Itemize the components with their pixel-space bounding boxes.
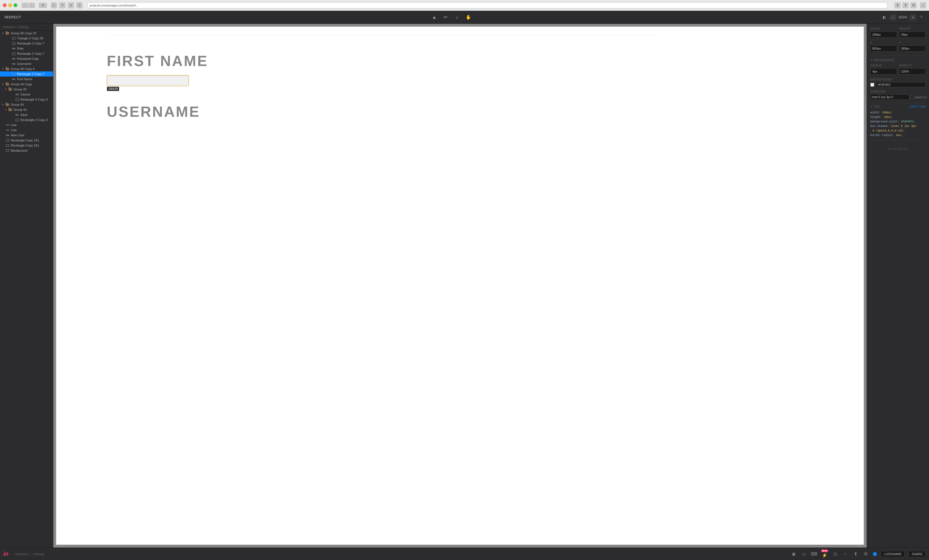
tab-button[interactable]: ⊞ — [39, 3, 47, 8]
maximize-button[interactable] — [14, 3, 17, 7]
comment-icon[interactable]: ▭ — [801, 551, 807, 557]
inspect-panel-icon[interactable]: ◧ — [881, 14, 888, 20]
sidebar-item-rectanglecopy151a[interactable]: Rectangle Copy 151 — [0, 138, 53, 143]
share-button[interactable]: SHARE — [909, 551, 926, 557]
no-assets-label: NO ASSETS — [870, 142, 926, 155]
bottom-nav: ‹ Artboard 1 › Settings — [13, 552, 44, 556]
radius-label: RADIUS — [870, 64, 897, 67]
width-value[interactable]: 290px — [870, 31, 897, 38]
zoom-in-button[interactable]: + — [910, 14, 916, 20]
history-icon[interactable]: ◷ — [832, 551, 838, 557]
sidebar-item-role[interactable]: Aa Role — [0, 46, 53, 51]
nav-breadcrumb-1: Artboard 1 — [15, 552, 29, 556]
sidebar-item-passwordcopy[interactable]: Aa Password Copy — [0, 56, 53, 61]
color-swatch[interactable] — [870, 83, 874, 87]
sidebar-item-username[interactable]: Aa Username — [0, 61, 53, 66]
sidebar-item-group40copy10[interactable]: ▼ Group 40 Copy 10 — [0, 31, 53, 36]
pen-tool[interactable]: ✏ — [442, 14, 449, 21]
copy-css-button[interactable]: COPY CSS — [910, 105, 926, 108]
info-icon[interactable]: ⓘ — [76, 2, 83, 9]
width-field: WIDTH 290px — [870, 27, 897, 38]
sidebar-item-cancel[interactable]: Aa Cancel — [0, 92, 53, 97]
canvas-area[interactable]: FIRST NAME 290x39 USERNAME — [53, 24, 867, 548]
sidebar-item-newuser[interactable]: Aa New User — [0, 133, 53, 138]
sidebar-item-background[interactable]: Background — [0, 148, 53, 153]
help-icon[interactable]: ? — [918, 14, 924, 20]
close-button[interactable] — [3, 3, 6, 7]
share-icon[interactable]: ⬆ — [902, 2, 909, 9]
lightning-icon-wrapper: BETA ⚡ — [821, 549, 828, 558]
sidebar-item-rectanglecopy151b[interactable]: Rectangle Copy 151 — [0, 143, 53, 148]
history-icon[interactable]: ↻ — [59, 2, 66, 9]
beta-badge: BETA — [821, 549, 828, 552]
hand-tool[interactable]: ✋ — [465, 14, 472, 21]
divider-2 — [870, 103, 926, 103]
breadcrumb: Artboard 1 / Settings — [0, 24, 53, 31]
css-val-shadow1: inset 0 1px 3px — [891, 125, 916, 128]
sidebar-item-group44copy[interactable]: ▼ Group 44 Copy — [0, 82, 53, 87]
width-label: WIDTH — [870, 27, 897, 30]
shadows-row: rgba(0,0,0, — [870, 94, 926, 100]
share-icon-bottom[interactable]: ⑃ — [842, 551, 848, 557]
bookmarks-icon[interactable]: ⬡ — [51, 2, 57, 9]
y-value[interactable]: 389px — [899, 45, 926, 52]
sidebar-item-group44[interactable]: ▼ Group 44 — [0, 102, 53, 107]
nav-sep: › — [31, 552, 32, 556]
extensions-icon[interactable]: ⊞ — [910, 2, 917, 9]
download-icon[interactable]: ⬇ — [894, 2, 901, 9]
github-icon[interactable]: ⊙ — [68, 2, 74, 9]
position-row: X 804px Y 389px — [870, 41, 926, 52]
shadow-input[interactable] — [870, 94, 909, 100]
opacity-value[interactable]: 100% — [899, 68, 926, 75]
sidebar-item-group40copy8[interactable]: ▼ Group 40 Copy 8 — [0, 66, 53, 72]
liveshare-button[interactable]: LIVESHARE — [881, 551, 904, 557]
css-section-header: ▼ CSS COPY CSS — [870, 105, 926, 108]
sidebar-item-group43b[interactable]: ▼ Group 43 — [0, 107, 53, 112]
radius-value[interactable]: 4px — [870, 68, 897, 75]
input-box-firstname[interactable]: 290x39 — [107, 75, 189, 86]
app-header: INSPECT ▲ ✏ ⌕ ✋ ◧ − 400% + ? — [0, 11, 929, 24]
caret-icon: ▼ — [2, 32, 5, 35]
user-avatar[interactable] — [873, 552, 877, 556]
opacity-field: OPACITY 100% — [899, 64, 926, 75]
bottom-bar: in ‹ Artboard 1 › Settings ◉ ▭ ⌨ BETA ⚡ … — [0, 548, 929, 560]
css-code-block: width: 290px; height: 39px; background-c… — [870, 110, 926, 138]
zoom-out-button[interactable]: − — [890, 14, 896, 20]
sidebar-item-line2[interactable]: Line — [0, 127, 53, 133]
back-button[interactable]: ‹ — [22, 3, 28, 8]
sidebar-item-rectangle3copy3b[interactable]: Rectangle 3 Copy 3 — [0, 117, 53, 122]
sidebar-item-save[interactable]: Aa Save — [0, 112, 53, 117]
sidebar-item-line1[interactable]: Line — [0, 122, 53, 127]
y-field: Y 389px — [899, 41, 926, 52]
canvas-content: FIRST NAME 290x39 USERNAME — [53, 24, 867, 548]
sidebar-item-firstname[interactable]: Aa First Name — [0, 77, 53, 82]
nav-back-icon[interactable]: ‹ — [13, 552, 14, 556]
lightning-icon[interactable]: ⚡ — [822, 552, 828, 558]
css-prop-radius: border-radius: — [870, 134, 896, 137]
search-tool[interactable]: ⌕ — [454, 14, 460, 21]
field-label-username: USERNAME — [67, 103, 852, 120]
height-value[interactable]: 39px — [899, 31, 926, 38]
address-bar[interactable]: projects.invisionapp.com/d/main#... — [87, 2, 888, 9]
pointer-tool[interactable]: ▲ — [431, 14, 438, 21]
background-color-value[interactable]: #F0F0F0 — [876, 82, 926, 87]
x-value[interactable]: 804px — [870, 45, 897, 52]
sidebar-item-rectangle2copy7a[interactable]: Rectangle 2 Copy 7 — [0, 41, 53, 46]
expand-icon[interactable]: » — [920, 2, 926, 9]
shadow-color-swatch[interactable] — [910, 95, 914, 99]
sidebar-item-rectangle2copy7b[interactable]: Rectangle 2 Copy 7 — [0, 51, 53, 56]
settings-icon[interactable]: ⚙ — [863, 551, 869, 557]
css-prop-bgcolor: background-color: — [870, 120, 901, 123]
minimize-button[interactable] — [8, 3, 12, 7]
sidebar-item-rectangle2copy7c[interactable]: Rectangle 2 Copy 7 — [0, 72, 53, 77]
height-label: HEIGHT — [899, 27, 926, 30]
height-field: HEIGHT 39px — [899, 27, 926, 38]
preview-icon[interactable]: ◉ — [791, 551, 797, 557]
sidebar-item-triangle2copy39[interactable]: Triangle 2 Copy 39 — [0, 36, 53, 41]
forward-button[interactable]: › — [29, 3, 35, 8]
sidebar-item-group43a[interactable]: ▼ Group 43 — [0, 87, 53, 92]
inspect-label: INSPECT — [5, 15, 21, 19]
chat-icon[interactable]: ⌨ — [811, 551, 817, 557]
sidebar-item-rectangle3copy3a[interactable]: Rectangle 3 Copy 3 — [0, 97, 53, 102]
upload-icon[interactable]: ⬆ — [852, 551, 858, 557]
